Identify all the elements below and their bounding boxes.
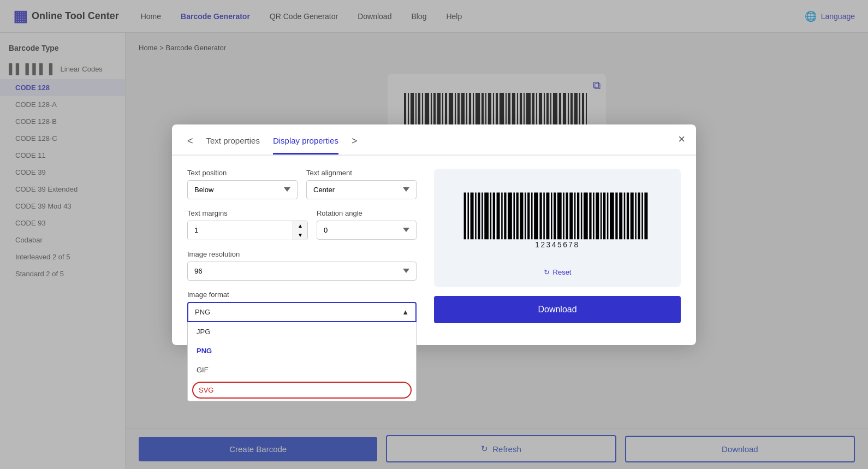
- svg-rect-84: [596, 192, 599, 239]
- format-option-svg[interactable]: SVG: [192, 382, 412, 399]
- svg-rect-67: [531, 192, 533, 239]
- barcode-preview-panel: 12345678 ↻ Reset: [434, 169, 681, 287]
- modal-barcode-svg: 12345678: [459, 180, 656, 262]
- svg-rect-57: [493, 192, 495, 239]
- svg-rect-89: [615, 192, 617, 239]
- text-margins-up[interactable]: ▲: [293, 221, 307, 230]
- text-alignment-select[interactable]: Center Left Right: [306, 180, 417, 199]
- svg-rect-49: [464, 192, 466, 239]
- svg-rect-70: [543, 192, 545, 239]
- tab-text-properties[interactable]: Text properties: [206, 136, 260, 155]
- svg-rect-56: [490, 192, 492, 239]
- svg-rect-52: [475, 192, 477, 239]
- svg-text:12345678: 12345678: [535, 240, 580, 248]
- svg-rect-55: [484, 192, 489, 239]
- svg-rect-90: [619, 192, 622, 239]
- modal-nav-next[interactable]: >: [352, 135, 358, 155]
- form-group-text-margins: Text margins ▲ ▼: [187, 209, 308, 240]
- chevron-up-icon: ▲: [402, 308, 409, 316]
- format-option-jpg[interactable]: JPG: [188, 322, 416, 341]
- svg-rect-60: [504, 192, 506, 239]
- text-margins-input-wrapper: ▲ ▼: [187, 221, 308, 240]
- reset-label: Reset: [553, 268, 572, 276]
- modal-right-panel: 12345678 ↻ Reset Download: [434, 169, 681, 332]
- modal-left-panel: Text position Below Above None Text alig…: [187, 169, 417, 332]
- svg-rect-53: [478, 192, 480, 239]
- text-margins-input[interactable]: [188, 221, 293, 240]
- svg-rect-82: [589, 192, 591, 239]
- format-selected-value: PNG: [195, 308, 210, 316]
- svg-rect-85: [601, 192, 602, 239]
- svg-rect-95: [638, 192, 640, 239]
- reset-icon: ↻: [544, 268, 550, 276]
- image-resolution-select[interactable]: 96 72 150 300: [187, 262, 417, 281]
- modal-nav-prev[interactable]: <: [187, 135, 193, 155]
- format-option-gif[interactable]: GIF: [188, 360, 416, 379]
- svg-rect-59: [501, 192, 503, 239]
- svg-rect-80: [581, 192, 582, 239]
- svg-rect-65: [525, 192, 526, 239]
- svg-rect-58: [497, 192, 500, 239]
- svg-rect-72: [551, 192, 552, 239]
- svg-rect-91: [624, 192, 626, 239]
- form-group-text-position: Text position Below Above None: [187, 169, 298, 199]
- text-position-label: Text position: [187, 169, 298, 177]
- svg-rect-51: [471, 192, 474, 239]
- svg-rect-83: [593, 192, 594, 239]
- svg-rect-77: [569, 192, 573, 239]
- image-format-label: Image format: [187, 290, 417, 299]
- tab-display-properties[interactable]: Display properties: [273, 136, 338, 155]
- form-row-margins-rotation: Text margins ▲ ▼ Rotation angle 0: [187, 209, 417, 250]
- svg-rect-96: [641, 192, 643, 239]
- svg-rect-63: [516, 192, 519, 239]
- image-resolution-label: Image resolution: [187, 250, 417, 258]
- format-dropdown-container: PNG ▲ JPG PNG GIF SVG: [187, 302, 417, 322]
- text-position-select[interactable]: Below Above None: [187, 180, 298, 199]
- modal-header: < Text properties Display properties > ×: [172, 124, 696, 156]
- form-row-position-alignment: Text position Below Above None Text alig…: [187, 169, 417, 209]
- svg-rect-54: [481, 192, 483, 239]
- svg-rect-66: [527, 192, 530, 239]
- svg-rect-75: [563, 192, 564, 239]
- format-option-png[interactable]: PNG: [188, 341, 416, 360]
- text-margins-down[interactable]: ▼: [293, 230, 307, 240]
- modal-close-button[interactable]: ×: [678, 132, 685, 146]
- format-select-trigger[interactable]: PNG ▲: [187, 302, 417, 322]
- svg-rect-64: [520, 192, 523, 239]
- rotation-angle-label: Rotation angle: [317, 209, 417, 217]
- svg-rect-76: [566, 192, 568, 239]
- svg-rect-74: [557, 192, 562, 239]
- svg-rect-79: [577, 192, 579, 239]
- form-group-image-resolution: Image resolution 96 72 150 300: [187, 250, 417, 281]
- svg-rect-87: [607, 192, 609, 239]
- display-properties-modal: < Text properties Display properties > ×…: [172, 124, 696, 345]
- form-group-text-alignment: Text alignment Center Left Right: [306, 169, 417, 199]
- svg-rect-61: [508, 192, 512, 239]
- svg-rect-69: [539, 192, 542, 239]
- svg-rect-97: [644, 192, 647, 239]
- text-margins-stepper: ▲ ▼: [293, 221, 307, 240]
- svg-rect-50: [467, 192, 469, 239]
- svg-rect-94: [635, 192, 637, 239]
- form-group-rotation-angle: Rotation angle 0 90 180 270: [317, 209, 417, 240]
- modal-body: Text position Below Above None Text alig…: [172, 156, 696, 345]
- svg-rect-71: [546, 192, 549, 239]
- text-margins-label: Text margins: [187, 209, 308, 217]
- rotation-angle-select[interactable]: 0 90 180 270: [317, 221, 417, 240]
- svg-rect-81: [584, 192, 588, 239]
- svg-rect-86: [603, 192, 605, 239]
- svg-rect-73: [554, 192, 556, 239]
- svg-rect-62: [513, 192, 515, 239]
- svg-rect-93: [631, 192, 634, 239]
- modal-download-button[interactable]: Download: [434, 296, 681, 323]
- svg-rect-78: [574, 192, 576, 239]
- form-group-image-format: Image format PNG ▲ JPG PNG GIF SVG: [187, 290, 417, 322]
- reset-link[interactable]: ↻ Reset: [544, 268, 572, 276]
- svg-rect-68: [534, 192, 538, 239]
- svg-rect-92: [627, 192, 629, 239]
- modal-overlay[interactable]: < Text properties Display properties > ×…: [0, 0, 868, 469]
- svg-rect-88: [610, 192, 614, 239]
- format-dropdown: JPG PNG GIF SVG: [187, 322, 417, 401]
- text-alignment-label: Text alignment: [306, 169, 417, 177]
